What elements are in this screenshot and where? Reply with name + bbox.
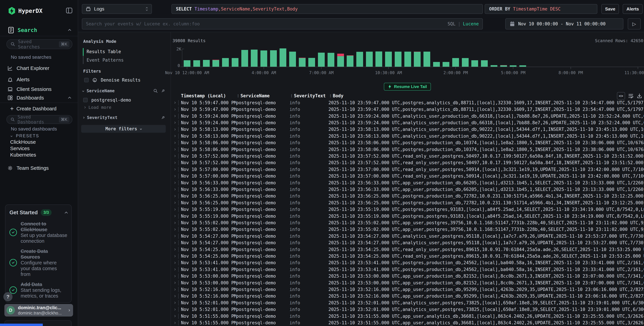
row-expand-chevron-icon[interactable]: [171, 309, 178, 310]
mode-results-table[interactable]: Results Table: [86, 49, 121, 54]
sql-toggle[interactable]: SQL: [448, 21, 456, 27]
row-expand-chevron-icon[interactable]: [171, 162, 178, 164]
get-started-item-add-data[interactable]: Add Data Start sending logs, metrics, or…: [10, 281, 67, 299]
histogram-bar[interactable]: [604, 48, 614, 67]
table-row[interactable]: Nov 10 5:58:13.000 PM postgresql-demo in…: [171, 126, 644, 133]
presets-toggle[interactable]: PRESETS: [11, 133, 39, 138]
row-expand-chevron-icon[interactable]: [171, 235, 178, 237]
sidebar-item-team-settings[interactable]: Team Settings: [0, 163, 78, 173]
table-row[interactable]: Nov 10 5:56:33.000 PM postgresql-demo in…: [171, 179, 644, 186]
pin-icon[interactable]: [161, 89, 166, 93]
histogram-bar[interactable]: [221, 48, 230, 67]
row-expand-chevron-icon[interactable]: [171, 129, 178, 130]
table-row[interactable]: Nov 10 5:59:24.000 PM postgresql-demo in…: [171, 119, 644, 126]
row-expand-chevron-icon[interactable]: [171, 282, 178, 283]
histogram-bar[interactable]: [432, 48, 441, 67]
table-row[interactable]: Nov 10 5:55:02.000 PM postgresql-demo in…: [171, 219, 644, 226]
row-expand-chevron-icon[interactable]: [171, 142, 178, 144]
histogram-bar[interactable]: [307, 48, 316, 67]
row-expand-chevron-icon[interactable]: [171, 262, 178, 263]
histogram-bar[interactable]: [364, 48, 374, 67]
table-row[interactable]: Nov 10 5:59:47.000 PM postgresql-demo in…: [171, 99, 644, 106]
row-expand-chevron-icon[interactable]: [171, 242, 178, 244]
row-expand-chevron-icon[interactable]: [171, 169, 178, 170]
histogram-bar[interactable]: [412, 48, 422, 67]
date-range-picker[interactable]: Nov 10 00:00:00 - Nov 11 00:00:00: [505, 18, 623, 30]
row-expand-chevron-icon[interactable]: [171, 275, 178, 277]
table-row[interactable]: Nov 10 5:53:00.000 PM postgresql-demo in…: [171, 273, 644, 279]
create-dashboard-button[interactable]: + Create Dashboard: [0, 105, 78, 112]
row-expand-chevron-icon[interactable]: [171, 315, 178, 317]
column-drag-handle[interactable]: ⋮⋮: [290, 94, 292, 98]
histogram-bar[interactable]: [230, 48, 240, 67]
more-filters-button[interactable]: More filters: [81, 125, 166, 133]
table-row[interactable]: Nov 10 5:59:24.000 PM postgresql-demo in…: [171, 113, 644, 119]
user-menu[interactable]: D dominic.tran@clic... dominic.tran@clic…: [4, 304, 73, 316]
table-row[interactable]: Nov 10 5:53:41.000 PM postgresql-demo in…: [171, 259, 644, 266]
histogram-bar[interactable]: [537, 48, 547, 67]
histogram-bar[interactable]: [259, 48, 269, 67]
histogram-bar[interactable]: [326, 48, 336, 67]
row-expand-chevron-icon[interactable]: [171, 209, 178, 210]
column-drag-handle[interactable]: ⋮⋮: [328, 94, 331, 98]
histogram-bar[interactable]: [470, 48, 480, 67]
row-expand-chevron-icon[interactable]: [171, 202, 178, 203]
table-row[interactable]: Nov 10 5:51:55.000 PM postgresql-demo in…: [171, 319, 644, 326]
histogram-bar[interactable]: [614, 48, 624, 67]
table-row[interactable]: Nov 10 5:55:19.000 PM postgresql-demo in…: [171, 213, 644, 219]
histogram-bar[interactable]: [594, 48, 604, 67]
sidebar-item-search[interactable]: Search: [0, 26, 78, 35]
histogram-bar[interactable]: [268, 48, 278, 67]
saved-dashboards-input[interactable]: Saved Dashboards ⌘K: [6, 115, 72, 124]
sidebar-collapse-icon[interactable]: [66, 8, 72, 14]
histogram-bar[interactable]: [345, 48, 355, 67]
pin-icon[interactable]: [161, 115, 166, 120]
run-query-button[interactable]: ▷: [628, 18, 640, 30]
row-expand-chevron-icon[interactable]: [171, 195, 178, 197]
chevron-up-icon[interactable]: [68, 96, 71, 100]
chevron-up-icon[interactable]: [68, 28, 71, 32]
lucene-search-input[interactable]: Search your events w/ Lucene ex. column:…: [82, 18, 483, 30]
histogram-bar[interactable]: [374, 48, 384, 67]
denoise-filter[interactable]: Denoise Results: [84, 78, 140, 83]
histogram-bar[interactable]: [518, 48, 528, 67]
raw-mode-icon[interactable]: <>: [617, 92, 625, 100]
table-row[interactable]: Nov 10 5:59:47.000 PM postgresql-demo in…: [171, 106, 644, 113]
lucene-toggle[interactable]: Lucene: [463, 21, 479, 27]
histogram-bar[interactable]: [556, 48, 566, 67]
row-expand-chevron-icon[interactable]: [171, 102, 178, 103]
histogram-bar[interactable]: [288, 48, 298, 67]
alerts-button[interactable]: Alerts: [623, 4, 643, 14]
row-expand-chevron-icon[interactable]: [171, 115, 178, 117]
histogram-bar[interactable]: [211, 48, 221, 67]
histogram-bar[interactable]: [250, 48, 259, 67]
order-by-input[interactable]: ORDER BY TimestampTime DESC: [485, 4, 597, 14]
histogram-bar[interactable]: [489, 48, 499, 67]
column-header-severitytext[interactable]: ⋮⋮ SeverityText: [290, 93, 328, 98]
histogram-bar[interactable]: [566, 48, 576, 67]
histogram-bar[interactable]: [460, 48, 470, 67]
row-expand-chevron-icon[interactable]: [171, 249, 178, 250]
table-row[interactable]: Nov 10 5:51:55.000 PM postgresql-demo in…: [171, 313, 644, 319]
row-expand-chevron-icon[interactable]: [171, 175, 178, 177]
histogram-bar[interactable]: [278, 48, 288, 67]
histogram-bar[interactable]: [336, 48, 345, 67]
row-expand-chevron-icon[interactable]: [171, 215, 178, 217]
histogram-bar[interactable]: [297, 48, 307, 67]
table-row[interactable]: Nov 10 5:52:01.000 PM postgresql-demo in…: [171, 299, 644, 306]
table-row[interactable]: Nov 10 5:52:16.000 PM postgresql-demo in…: [171, 286, 644, 293]
row-expand-chevron-icon[interactable]: [171, 295, 178, 297]
service-checkbox[interactable]: [83, 98, 88, 102]
row-expand-chevron-icon[interactable]: [171, 155, 178, 157]
table-row[interactable]: Nov 10 5:53:41.000 PM postgresql-demo in…: [171, 266, 644, 273]
table-row[interactable]: Nov 10 5:58:13.000 PM postgresql-demo in…: [171, 133, 644, 139]
sidebar-item-client-sessions[interactable]: Client Sessions: [0, 85, 78, 94]
save-button[interactable]: Save: [602, 4, 619, 14]
row-expand-chevron-icon[interactable]: [171, 189, 178, 190]
row-expand-chevron-icon[interactable]: [171, 229, 178, 230]
help-button[interactable]: ?: [4, 292, 12, 301]
service-filter-value[interactable]: postgresql-demo: [83, 98, 131, 103]
table-row[interactable]: Nov 10 5:52:16.000 PM postgresql-demo in…: [171, 293, 644, 299]
histogram-bar[interactable]: [192, 48, 202, 67]
get-started-item-datasources[interactable]: Create Data Sources Configure where your…: [10, 248, 67, 277]
